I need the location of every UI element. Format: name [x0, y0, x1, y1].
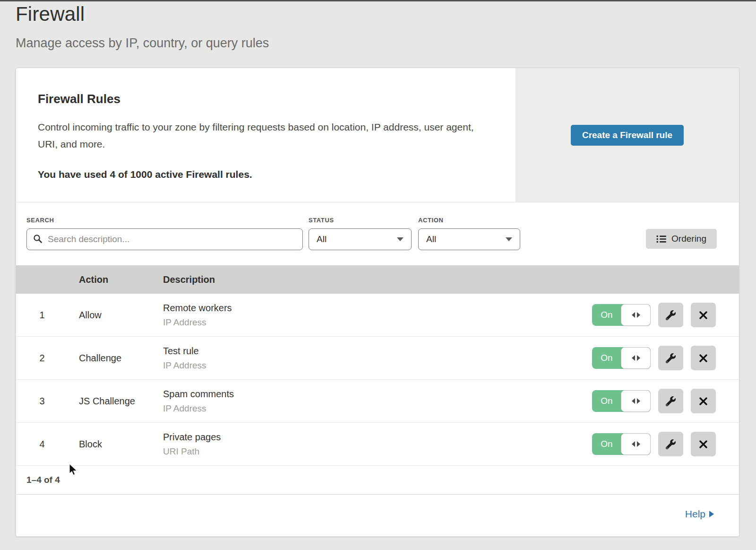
rule-description: Test rule	[163, 346, 592, 357]
toggle-on-label: On	[592, 304, 621, 326]
help-row: Help	[16, 495, 739, 533]
close-icon	[699, 397, 707, 405]
pagination-range: 1–4 of 4	[26, 475, 60, 485]
arrow-right-icon	[637, 441, 640, 447]
action-filter-group: ACTION All	[412, 217, 520, 250]
close-icon	[699, 440, 707, 448]
card-header-info: Firewall Rules Control incoming traffic …	[16, 68, 515, 202]
action-label: ACTION	[418, 217, 520, 224]
edit-rule-button[interactable]	[658, 303, 683, 327]
edit-rule-button[interactable]	[658, 432, 683, 456]
toggle-handle[interactable]	[621, 347, 651, 369]
toggle-handle[interactable]	[621, 433, 651, 455]
rule-field: IP Address	[163, 403, 592, 414]
card-heading: Firewall Rules	[38, 92, 487, 106]
edit-rule-button[interactable]	[658, 389, 683, 413]
wrench-icon	[666, 353, 676, 363]
pagination-row: 1–4 of 4	[16, 466, 739, 495]
search-filter-group: SEARCH	[26, 217, 303, 250]
card-header: Firewall Rules Control incoming traffic …	[16, 68, 739, 202]
table-header: Action Description	[16, 265, 739, 294]
search-icon	[33, 234, 43, 245]
arrow-right-icon	[637, 355, 640, 361]
table-row: 1 Allow Remote workers IP Address On	[16, 294, 739, 337]
toggle-on-label: On	[592, 390, 621, 412]
delete-rule-button[interactable]	[691, 432, 716, 456]
search-label: SEARCH	[26, 217, 303, 224]
status-label: STATUS	[309, 217, 412, 224]
wrench-icon	[666, 439, 676, 449]
toggle-handle[interactable]	[621, 390, 651, 412]
toggle-handle[interactable]	[621, 304, 651, 326]
page-title: Firewall	[16, 3, 756, 26]
help-link-label: Help	[685, 508, 705, 520]
close-icon	[699, 311, 707, 319]
arrow-left-icon	[632, 312, 635, 318]
wrench-icon	[666, 396, 676, 406]
toggle-on-label: On	[592, 433, 621, 455]
filters-bar: SEARCH STATUS All ACTION All	[16, 202, 739, 265]
rule-priority: 3	[16, 396, 66, 407]
ordering-button[interactable]: Ordering	[646, 229, 717, 249]
arrow-left-icon	[632, 355, 635, 361]
delete-rule-button[interactable]	[691, 389, 716, 413]
arrow-right-icon	[637, 398, 640, 404]
delete-rule-button[interactable]	[691, 303, 716, 327]
rule-priority: 4	[16, 439, 66, 450]
rule-enabled-toggle[interactable]: On	[592, 433, 651, 455]
status-select-value: All	[317, 234, 326, 244]
rule-enabled-toggle[interactable]: On	[592, 304, 651, 326]
list-icon	[656, 235, 667, 243]
rule-enabled-toggle[interactable]: On	[592, 347, 651, 369]
chevron-down-icon	[397, 237, 404, 241]
toggle-on-label: On	[592, 347, 621, 369]
edit-rule-button[interactable]	[658, 346, 683, 370]
page-subtitle: Manage access by IP, country, or query r…	[16, 36, 756, 51]
action-select-value: All	[426, 234, 436, 244]
card-header-action-panel: Create a Firewall rule	[515, 68, 739, 202]
card-description: Control incoming traffic to your zone by…	[38, 119, 487, 153]
arrow-left-icon	[632, 441, 635, 447]
search-input[interactable]	[26, 228, 303, 250]
chevron-down-icon	[506, 237, 512, 241]
rule-enabled-toggle[interactable]: On	[592, 390, 651, 412]
page-header: Firewall Manage access by IP, country, o…	[0, 0, 756, 51]
ordering-button-label: Ordering	[671, 234, 706, 244]
column-header-action: Action	[79, 274, 163, 285]
rule-description: Private pages	[163, 432, 592, 443]
table-row: 2 Challenge Test rule IP Address On	[16, 337, 739, 380]
rule-field: IP Address	[163, 317, 592, 328]
rules-usage-text: You have used 4 of 1000 active Firewall …	[38, 169, 487, 180]
column-header-description: Description	[163, 274, 739, 285]
rule-action: JS Challenge	[79, 396, 163, 407]
rule-description: Remote workers	[163, 303, 592, 314]
table-row: 4 Block Private pages URI Path On	[16, 423, 739, 466]
action-select[interactable]: All	[418, 228, 520, 250]
table-row: 3 JS Challenge Spam comments IP Address …	[16, 380, 739, 423]
rule-field: URI Path	[163, 446, 592, 457]
rule-action: Allow	[79, 310, 163, 321]
help-link[interactable]: Help	[685, 508, 714, 520]
rule-description: Spam comments	[163, 389, 592, 400]
close-icon	[699, 354, 707, 362]
arrow-right-icon	[709, 511, 714, 517]
rule-priority: 2	[16, 353, 66, 364]
rule-field: IP Address	[163, 360, 592, 371]
create-firewall-rule-button[interactable]: Create a Firewall rule	[571, 125, 684, 146]
wrench-icon	[666, 310, 676, 320]
status-filter-group: STATUS All	[303, 217, 412, 250]
arrow-left-icon	[632, 398, 635, 404]
rule-action: Block	[79, 439, 163, 450]
rule-priority: 1	[16, 310, 66, 321]
arrow-right-icon	[637, 312, 640, 318]
rule-action: Challenge	[79, 353, 163, 364]
status-select[interactable]: All	[309, 228, 412, 250]
window-top-edge	[0, 0, 756, 1]
firewall-rules-card: Firewall Rules Control incoming traffic …	[16, 68, 739, 537]
delete-rule-button[interactable]	[691, 346, 716, 370]
